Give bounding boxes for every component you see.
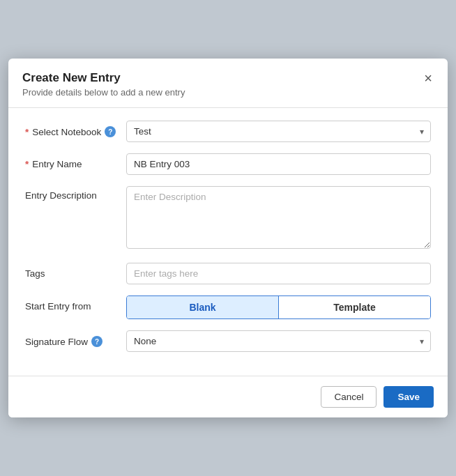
signature-select-wrap: None Option 1 Option 2 ▾	[126, 330, 431, 352]
modal-subtitle: Provide details below to add a new entry	[22, 87, 185, 98]
start-entry-label: Start Entry from	[25, 295, 126, 312]
modal-footer: Cancel Save	[8, 376, 448, 417]
description-label: Entry Description	[25, 186, 126, 201]
modal-title: Create New Entry	[22, 71, 185, 85]
signature-label-text: Signature Flow	[25, 337, 88, 347]
signature-help-icon[interactable]: ?	[91, 336, 102, 347]
notebook-label-text: Select Notebook	[32, 127, 101, 137]
template-toggle-button[interactable]: Template	[279, 296, 430, 318]
description-textarea[interactable]	[126, 186, 431, 249]
notebook-select[interactable]: Test Notebook A Notebook B	[126, 121, 431, 142]
notebook-select-wrap: Test Notebook A Notebook B ▾	[126, 121, 431, 142]
description-row: Entry Description	[25, 186, 431, 252]
description-label-text: Entry Description	[25, 190, 97, 201]
start-entry-label-text: Start Entry from	[25, 301, 91, 312]
notebook-help-icon[interactable]: ?	[105, 126, 116, 137]
entry-name-required-star: *	[25, 159, 29, 169]
tags-input[interactable]	[126, 263, 431, 284]
entry-name-wrap	[126, 153, 431, 175]
tags-label: Tags	[25, 263, 126, 279]
entry-name-row: * Entry Name	[25, 153, 431, 175]
create-entry-modal: Create New Entry Provide details below t…	[8, 59, 448, 417]
modal-title-group: Create New Entry Provide details below t…	[22, 71, 185, 98]
start-entry-toggle-wrap: Blank Template	[126, 295, 431, 319]
save-button[interactable]: Save	[383, 386, 434, 408]
blank-toggle-button[interactable]: Blank	[127, 296, 278, 318]
signature-label: Signature Flow ?	[25, 330, 126, 347]
start-entry-toggle: Blank Template	[126, 295, 431, 319]
tags-wrap	[126, 263, 431, 284]
entry-name-input[interactable]	[126, 153, 431, 175]
modal-header: Create New Entry Provide details below t…	[8, 59, 448, 108]
entry-name-label: * Entry Name	[25, 153, 126, 169]
start-entry-row: Start Entry from Blank Template	[25, 295, 431, 319]
tags-row: Tags	[25, 263, 431, 284]
notebook-required-star: *	[25, 127, 29, 137]
modal-body: * Select Notebook ? Test Notebook A Note…	[8, 108, 448, 376]
cancel-button[interactable]: Cancel	[321, 386, 377, 408]
tags-label-text: Tags	[25, 268, 45, 279]
close-button[interactable]: ×	[423, 71, 434, 85]
signature-select[interactable]: None Option 1 Option 2	[126, 330, 431, 352]
description-wrap	[126, 186, 431, 252]
notebook-label: * Select Notebook ?	[25, 121, 126, 137]
notebook-row: * Select Notebook ? Test Notebook A Note…	[25, 121, 431, 142]
entry-name-label-text: Entry Name	[32, 159, 82, 169]
signature-row: Signature Flow ? None Option 1 Option 2 …	[25, 330, 431, 352]
